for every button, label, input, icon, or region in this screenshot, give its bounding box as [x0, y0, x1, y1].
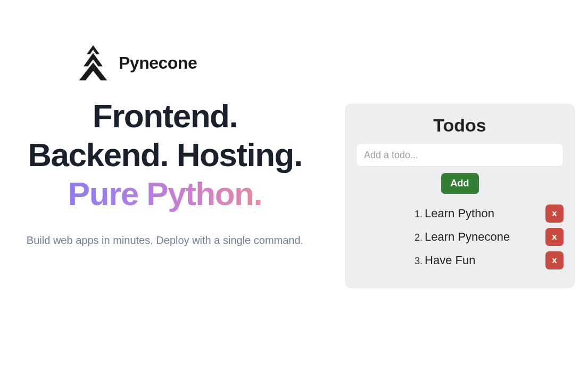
headline-line-2: Backend. Hosting.	[0, 135, 330, 174]
todo-item-left: 2. Learn Pynecone	[415, 230, 510, 244]
todo-item-left: 3. Have Fun	[415, 253, 475, 267]
todo-item: 2. Learn Pynecone x	[415, 228, 564, 246]
brand-name: Pynecone	[119, 53, 197, 73]
add-button[interactable]: Add	[441, 173, 479, 194]
todo-item: 1. Learn Python x	[415, 205, 564, 223]
pynecone-logo-icon	[77, 45, 109, 80]
todo-item-left: 1. Learn Python	[415, 207, 494, 220]
hero-section: Pynecone Frontend. Backend. Hosting. Pur…	[0, 45, 330, 247]
todo-item-text: Have Fun	[425, 253, 475, 267]
todo-item-number: 2.	[415, 232, 423, 243]
todo-item-text: Learn Python	[425, 207, 494, 220]
remove-button[interactable]: x	[545, 228, 564, 246]
hero-headline: Frontend. Backend. Hosting. Pure Python.	[0, 96, 330, 213]
todo-item: 3. Have Fun x	[415, 251, 564, 269]
remove-button[interactable]: x	[545, 205, 564, 223]
headline-line-1: Frontend.	[0, 96, 330, 135]
todo-title: Todos	[356, 115, 564, 136]
todo-item-number: 3.	[415, 256, 423, 267]
brand-row: Pynecone	[77, 45, 330, 80]
headline-line-3: Pure Python.	[0, 174, 330, 213]
todo-add-wrap: Add	[356, 173, 564, 194]
todo-item-number: 1.	[415, 209, 423, 220]
hero-subhead: Build web apps in minutes. Deploy with a…	[0, 234, 330, 247]
remove-button[interactable]: x	[545, 251, 564, 269]
todo-input[interactable]	[356, 143, 564, 167]
todo-item-text: Learn Pynecone	[425, 230, 510, 244]
todo-list: 1. Learn Python x 2. Learn Pynecone x 3.…	[356, 205, 564, 269]
todo-card: Todos Add 1. Learn Python x 2. Learn Pyn…	[345, 104, 575, 288]
